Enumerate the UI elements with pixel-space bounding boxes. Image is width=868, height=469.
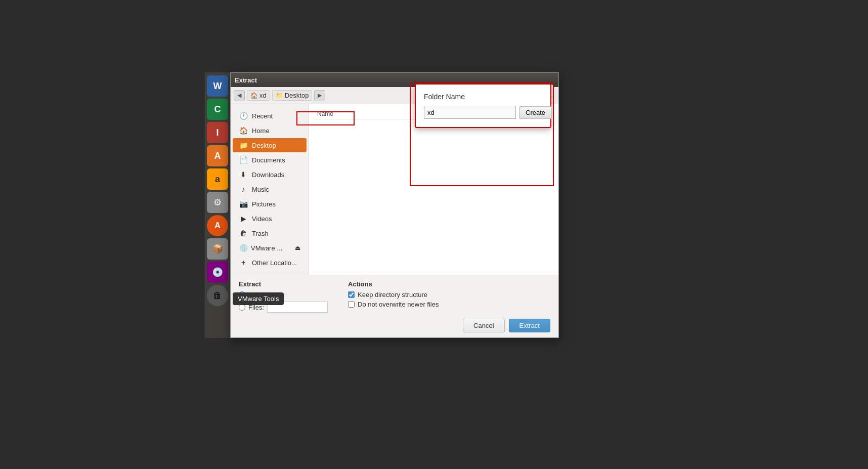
actions-column: Actions Keep directory structure Do not … [348,280,439,313]
launcher-icon-calc[interactable]: C [207,99,228,120]
dialog-title: Extract [235,76,257,84]
videos-icon: ▶ [239,215,248,223]
sidebar-item-desktop[interactable]: 📁 Desktop [233,138,307,152]
extract-button[interactable]: Extract [509,319,550,332]
sidebar-item-other-label: Other Locatio... [252,259,297,267]
sidebar-item-trash-label: Trash [252,230,269,237]
sidebar-item-videos-label: Videos [252,215,272,223]
no-overwrite-checkbox[interactable] [348,301,355,308]
sidebar-item-home-label: Home [252,127,270,135]
music-icon: ♪ [239,185,248,193]
sidebar-item-desktop-label: Desktop [252,142,276,149]
desktop: W C I A a ⚙ A 📦 💿 🗑 Ex [0,0,868,469]
folder-popup-input-row: Create [424,106,542,119]
other-icon: + [239,259,248,267]
launcher-icon-tools[interactable]: ⚙ [207,192,228,213]
launcher-icon-typora[interactable]: A [207,145,228,166]
create-folder-button[interactable]: Create [519,106,552,119]
launcher-icon-archive[interactable]: 📦 [207,238,228,260]
eject-icon[interactable]: ⏏ [295,244,300,251]
sidebar-item-pictures[interactable]: 📷 Pictures [233,197,307,211]
dialog-body: 🕐 Recent 🏠 Home 📁 Desktop 📄 Documents ⬇ [231,104,558,275]
nav-back-button[interactable]: ◀ [234,90,245,101]
sidebar-item-downloads-label: Downloads [252,171,284,179]
launcher-icon-amazon[interactable]: a [207,168,228,190]
sidebar-item-documents[interactable]: 📄 Documents [233,153,307,167]
folder-name-popup: Folder Name Create [415,83,551,128]
downloads-icon: ⬇ [239,170,248,179]
keep-structure-checkbox-item[interactable]: Keep directory structure [348,291,439,299]
desktop-icon: 📁 [239,141,248,149]
sidebar-nav: 🕐 Recent 🏠 Home 📁 Desktop 📄 Documents ⬇ [231,104,309,275]
sidebar-item-music[interactable]: ♪ Music [233,182,307,196]
launcher-sidebar: W C I A a ⚙ A 📦 💿 🗑 [205,72,230,338]
vmware-icon: 💿 [239,244,248,252]
home-icon: 🏠 [239,126,248,135]
dialog-bottom: Extract All files Files: [231,275,558,337]
folder-name-input[interactable] [424,106,516,119]
sidebar-item-documents-label: Documents [252,156,285,164]
actions-label: Actions [348,280,439,288]
button-row: Cancel Extract [239,319,550,332]
recent-icon: 🕐 [239,112,248,120]
documents-icon: 📄 [239,156,248,164]
launcher-icon-trash[interactable]: 🗑 [207,285,228,306]
sidebar-item-vmware[interactable]: 💿 VMware ... ⏏ [233,241,307,255]
sidebar-item-home[interactable]: 🏠 Home [233,123,307,138]
extract-label: Extract [239,280,328,288]
breadcrumb-folder[interactable]: 📁 Desktop [272,90,313,101]
sidebar-item-pictures-label: Pictures [252,200,276,208]
launcher-icon-dvd[interactable]: 💿 [207,262,228,283]
keep-structure-checkbox[interactable] [348,291,355,298]
breadcrumb-home-label: xd [259,92,267,99]
launcher-icon-impress[interactable]: I [207,122,228,143]
extract-actions-section: Extract All files Files: [239,280,550,313]
keep-structure-label: Keep directory structure [358,291,427,299]
breadcrumb-folder-label: Desktop [285,92,309,99]
cancel-button[interactable]: Cancel [463,319,504,332]
sidebar-item-videos[interactable]: ▶ Videos [233,211,307,226]
file-area: Name [309,104,558,275]
no-overwrite-checkbox-item[interactable]: Do not overwrite newer files [348,301,439,308]
folder-popup-title: Folder Name [424,93,542,101]
no-overwrite-label: Do not overwrite newer files [358,301,439,308]
trash-icon: 🗑 [239,229,248,237]
sidebar-item-music-label: Music [252,186,269,193]
sidebar-item-other[interactable]: + Other Locatio... [233,255,307,270]
sidebar-item-vmware-label: VMware ... [251,244,292,252]
sidebar-item-downloads[interactable]: ⬇ Downloads [233,167,307,182]
pictures-icon: 📷 [239,200,248,208]
sidebar-item-trash[interactable]: 🗑 Trash [233,226,307,240]
vmware-tooltip: VMware Tools [233,292,284,305]
launcher-icon-appstore[interactable]: A [207,215,228,236]
sidebar-item-recent[interactable]: 🕐 Recent [233,109,307,123]
nav-forward-button[interactable]: ▶ [314,90,325,101]
sidebar-item-recent-label: Recent [252,112,273,120]
breadcrumb-home[interactable]: 🏠 xd [247,90,270,101]
launcher-icon-writer[interactable]: W [207,75,228,97]
